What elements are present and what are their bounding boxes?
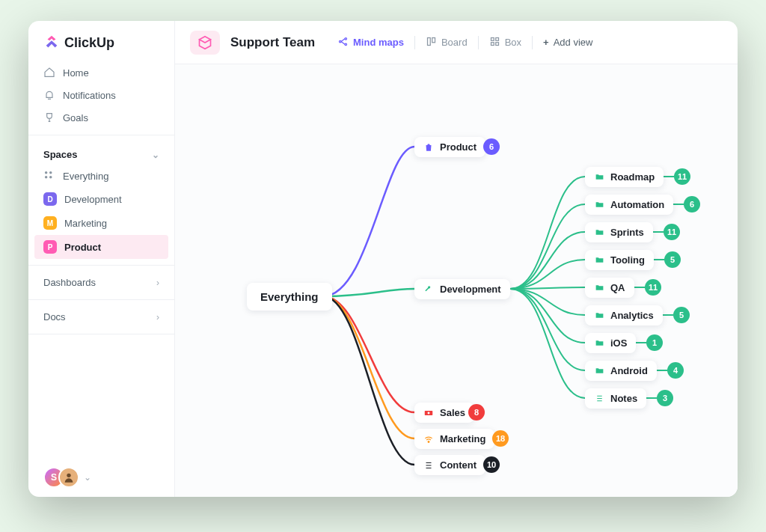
node-label: Product <box>440 141 477 153</box>
divider <box>28 135 174 135</box>
node-label: Marketing <box>440 433 485 444</box>
divider <box>28 299 174 300</box>
mindmap-canvas[interactable]: Everything Product 6 Development <box>175 64 738 497</box>
count-badge: 6 <box>483 138 500 155</box>
mindmap-child-node[interactable]: Analytics <box>585 305 663 325</box>
wrench-icon <box>423 284 434 295</box>
svg-point-4 <box>67 474 70 477</box>
svg-point-5 <box>340 40 342 43</box>
node-label: Notes <box>610 393 637 404</box>
count-badge: 11 <box>664 224 680 240</box>
folder-icon <box>594 366 604 376</box>
folder-icon <box>594 255 604 266</box>
folder-icon <box>594 311 604 321</box>
board-icon <box>426 36 437 49</box>
mindmap-child-node[interactable]: Tooling <box>585 250 654 270</box>
node-label: Tooling <box>610 254 645 266</box>
count-badge: 8 <box>468 404 485 421</box>
view-tab-mindmaps[interactable]: Mind maps <box>330 31 411 54</box>
mindmap-node-development[interactable]: Development <box>414 279 510 299</box>
svg-rect-10 <box>491 37 494 40</box>
mindmap-child-node[interactable]: QA <box>585 278 634 298</box>
nav-label: Home <box>63 67 89 79</box>
folder-icon <box>594 172 604 183</box>
avatar-stack[interactable]: S <box>43 467 79 488</box>
folder-icon <box>594 227 604 238</box>
svg-point-7 <box>345 43 347 46</box>
svg-point-0 <box>45 171 48 174</box>
count-badge: 1 <box>646 334 663 351</box>
view-tab-label: Board <box>441 37 468 48</box>
mindmap-child-node[interactable]: Notes <box>585 388 646 409</box>
section-docs[interactable]: Docs › <box>28 306 174 328</box>
section-dashboards[interactable]: Dashboards › <box>28 272 174 293</box>
nav-notifications[interactable]: Notifications <box>28 84 174 106</box>
bag-icon <box>423 142 434 153</box>
team-chip[interactable] <box>190 31 220 55</box>
node-label: Content <box>440 459 477 471</box>
mindmap-child-node[interactable]: iOS <box>585 333 636 353</box>
node-label: QA <box>610 282 625 293</box>
space-label: Product <box>64 242 101 253</box>
app-window: ClickUp Home Notifications Goals Spaces … <box>28 21 738 497</box>
count-badge: 11 <box>645 279 661 296</box>
spaces-header[interactable]: Spaces ⌄ <box>28 141 174 165</box>
sidebar-everything[interactable]: Everything <box>28 165 174 187</box>
nav-goals[interactable]: Goals <box>28 106 174 129</box>
folder-icon <box>594 200 604 210</box>
space-development[interactable]: D Development <box>28 187 174 211</box>
chevron-down-icon[interactable]: ⌄ <box>84 472 91 483</box>
svg-rect-13 <box>495 42 498 45</box>
everything-label: Everything <box>63 171 108 182</box>
mindmap-child-node[interactable]: Automation <box>585 195 673 215</box>
brand-name: ClickUp <box>64 35 114 51</box>
section-label: Dashboards <box>43 277 96 288</box>
svg-rect-12 <box>491 42 494 45</box>
mindmap-root-node[interactable]: Everything <box>247 283 332 311</box>
spaces-header-label: Spaces <box>43 149 78 160</box>
sidebar: ClickUp Home Notifications Goals Spaces … <box>28 21 175 497</box>
space-badge: M <box>43 216 57 230</box>
mindmap-child-node[interactable]: Android <box>585 361 657 381</box>
svg-point-3 <box>49 176 52 179</box>
mindmap-node-sales[interactable]: Sales <box>414 403 474 423</box>
space-product[interactable]: P Product <box>34 235 168 259</box>
brand-logo[interactable]: ClickUp <box>28 34 174 61</box>
space-marketing[interactable]: M Marketing <box>28 211 174 235</box>
mindmap-node-product[interactable]: Product <box>414 137 485 157</box>
node-label: Sprints <box>610 227 644 238</box>
svg-rect-8 <box>427 37 430 45</box>
mindmap-child-node[interactable]: Sprints <box>585 222 653 242</box>
count-badge: 4 <box>667 362 684 379</box>
avatar <box>58 467 79 488</box>
cube-icon <box>197 35 212 50</box>
nav-home[interactable]: Home <box>28 61 174 84</box>
chevron-down-icon: ⌄ <box>152 150 159 160</box>
box-icon <box>489 36 500 49</box>
mindmap-icon <box>337 36 349 49</box>
svg-point-29 <box>428 441 429 442</box>
svg-rect-11 <box>495 37 498 40</box>
wifi-icon <box>423 434 434 444</box>
node-label: Roadmap <box>610 171 655 183</box>
separator <box>414 36 415 49</box>
svg-rect-9 <box>432 37 435 42</box>
view-tab-board[interactable]: Board <box>418 31 475 54</box>
space-label: Development <box>64 194 122 205</box>
svg-point-2 <box>45 176 48 179</box>
mindmap-node-marketing[interactable]: Marketing <box>414 429 494 449</box>
view-tab-box[interactable]: Box <box>482 31 529 54</box>
clickup-logo-icon <box>43 34 60 51</box>
count-badge: 5 <box>673 307 690 323</box>
team-name: Support Team <box>230 35 315 50</box>
mindmap-node-content[interactable]: Content <box>414 455 485 475</box>
node-label: Android <box>610 365 648 376</box>
mindmap-child-node[interactable]: Roadmap <box>585 167 664 187</box>
svg-point-28 <box>428 412 430 414</box>
section-label: Docs <box>43 311 66 322</box>
node-label: Development <box>440 284 501 295</box>
chevron-right-icon: › <box>156 278 159 288</box>
node-label: iOS <box>610 337 627 349</box>
space-badge: D <box>43 192 57 206</box>
add-view-button[interactable]: + Add view <box>536 32 600 52</box>
